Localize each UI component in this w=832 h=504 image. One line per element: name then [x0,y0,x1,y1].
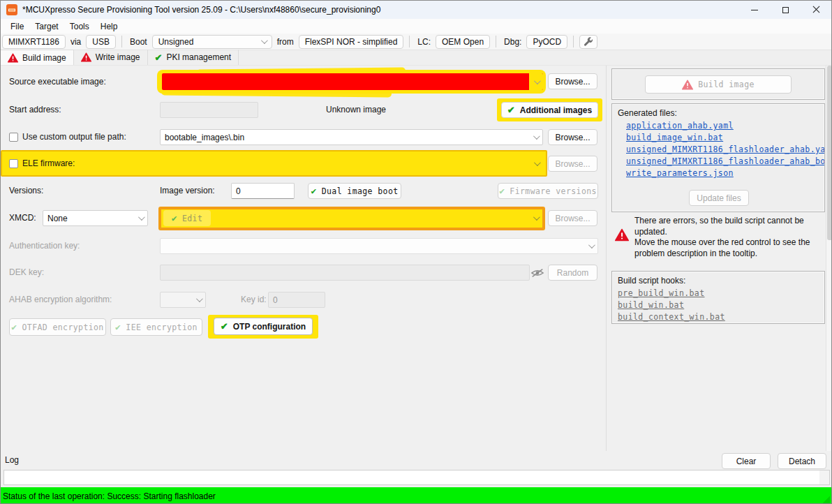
generated-file-link[interactable]: unsigned_MIMXRT1186_flashloader_ahab.yam… [626,144,824,154]
custom-output-label: Use custom output file path: [22,129,126,145]
title-bar: *MCUXpresso Secure Provisioning Tool ver… [1,1,831,19]
generated-file-link[interactable]: write_parameters.json [626,168,824,178]
build-hooks-label: Build script hooks: [618,276,824,286]
settings-wrench-button[interactable] [579,35,597,49]
processor-button[interactable]: MIMXRT1186 [2,35,66,49]
log-section: Log Clear Detach [1,451,831,470]
status-text: Status of the last operation: Success: S… [3,491,216,501]
hook-link[interactable]: build_win.bat [618,300,824,310]
key-id-field: 0 [268,292,325,308]
chevron-down-icon [533,77,540,84]
custom-output-browse-button[interactable]: Browse... [548,129,597,145]
tab-build-image[interactable]: Build image [1,50,74,65]
build-image-button: Build image [645,75,792,94]
build-image-group: Build image [611,68,825,100]
chevron-down-icon [138,214,145,221]
image-version-label: Image version: [160,183,215,199]
start-address-field [160,102,258,118]
right-panel: Build image Generated files: application… [611,66,825,451]
auth-key-label: Authentication key: [9,238,80,254]
unknown-image-text: Unknown image [326,102,386,118]
boot-device-button[interactable]: FlexSPI NOR - simplified [299,35,404,49]
key-id-label: Key id: [241,292,267,308]
resize-grip[interactable] [823,496,830,503]
ele-firmware-checkbox[interactable] [9,159,18,168]
error-icon [615,228,629,242]
menu-target[interactable]: Target [29,20,64,33]
chevron-down-icon [261,37,268,44]
xmcd-label: XMCD: [9,210,36,226]
versions-label: Versions: [9,183,43,199]
tab-pki-management[interactable]: ✔ PKI management [148,50,239,65]
life-cycle-button[interactable]: OEM Open [436,35,490,49]
dek-key-field [160,265,530,281]
firmware-versions-button: ✔ Firmware versions [498,183,598,199]
ele-firmware-combo[interactable] [162,156,543,172]
chevron-down-icon [196,295,203,302]
random-button: Random [548,265,597,281]
otp-configuration-button[interactable]: ✔ OTP configuration [214,318,313,335]
log-output[interactable] [3,470,830,485]
boot-type-select[interactable]: Unsigned [152,35,272,49]
dual-image-boot-button[interactable]: ✔ Dual image boot [308,183,401,199]
build-form: Source executable image: Browse... Start… [1,66,607,451]
debug-probe-button[interactable]: PyOCD [526,35,567,49]
error-icon [81,52,91,62]
connection-button[interactable]: USB [86,35,116,49]
build-image-page: Source executable image: Browse... Start… [1,66,832,451]
ahab-algorithm-label: AHAB encryption algorithm: [9,292,112,308]
hook-link[interactable]: build_context_win.bat [618,312,824,322]
custom-output-combo[interactable]: bootable_images\.bin [160,129,543,145]
eye-slash-icon[interactable] [530,267,544,279]
error-icon [8,53,18,63]
update-files-button: Update files [689,190,749,206]
hook-link[interactable]: pre_build_win.bat [618,288,824,298]
lc-label: LC: [417,37,431,47]
otfad-encryption-button: ✔ OTFAD encryption [9,318,106,336]
minimize-icon [751,10,758,10]
vertical-scrollbar[interactable] [826,66,832,451]
source-browse-button[interactable]: Browse... [548,73,597,89]
generated-files-label: Generated files: [618,108,824,118]
xmcd-browse-button: Browse... [548,210,597,226]
generated-file-link[interactable]: unsigned_MIMXRT1186_flashloader_ahab_boo… [626,156,824,166]
generated-file-link[interactable]: application_ahab.yaml [626,121,824,131]
ele-firmware-label: ELE firmware: [22,156,75,172]
check-icon: ✔ [172,213,177,223]
image-version-field[interactable]: 0 [231,183,295,199]
wrench-icon [584,37,593,47]
error-icon [682,80,693,90]
chevron-down-icon [534,159,541,166]
scrollbar-thumb[interactable] [827,66,832,240]
app-window: *MCUXpresso Secure Provisioning Tool ver… [0,0,832,504]
check-icon: ✔ [11,322,17,332]
check-icon: ✔ [221,321,228,332]
minimize-button[interactable] [739,1,770,19]
tab-write-image[interactable]: Write image [74,50,148,65]
custom-output-checkbox[interactable] [9,133,18,142]
check-icon: ✔ [155,52,163,63]
source-image-label: Source executable image: [9,74,106,90]
window-title: *MCUXpresso Secure Provisioning Tool ver… [22,5,380,15]
log-clear-button[interactable]: Clear [722,453,771,469]
source-image-combo[interactable] [162,73,543,90]
xmcd-file-combo[interactable] [217,210,542,226]
build-script-hooks-group: Build script hooks: pre_build_win.bat bu… [611,271,825,324]
status-bar: Status of the last operation: Success: S… [1,487,831,504]
close-button[interactable] [801,1,831,19]
check-icon: ✔ [115,322,121,332]
maximize-button[interactable] [770,1,801,19]
menu-bar: File Target Tools Help [1,19,831,34]
menu-tools[interactable]: Tools [64,20,95,33]
log-detach-button[interactable]: Detach [778,453,826,469]
menu-help[interactable]: Help [95,20,124,33]
generated-file-link[interactable]: build_image_win.bat [626,133,824,142]
xmcd-select[interactable]: None [43,210,148,226]
additional-images-button[interactable]: ✔ Additional images [501,102,598,118]
xmcd-edit-button[interactable]: ✔ Edit [163,210,211,226]
log-label: Log [5,455,19,465]
app-icon [6,4,17,15]
menu-file[interactable]: File [5,20,29,33]
check-icon: ✔ [311,186,316,196]
generated-files-group: Generated files: application_ahab.yaml b… [611,103,825,212]
